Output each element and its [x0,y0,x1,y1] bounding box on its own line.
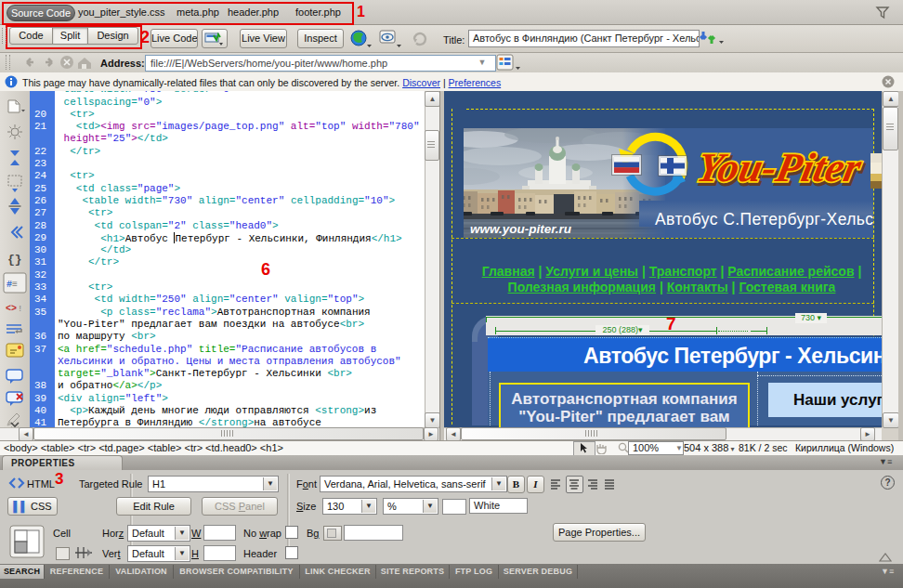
svg-text:<>: <> [6,304,17,314]
svg-text:Автобус С.Петербург-Хельсинки: Автобус С.Петербург-Хельсинки [655,210,873,229]
svg-text:You-Piter: You-Piter [693,144,866,189]
svg-text:!: ! [18,305,22,314]
svg-text:#≡: #≡ [7,280,18,290]
svg-text:{}: {} [7,253,22,267]
svg-text:www.you-piter.ru: www.you-piter.ru [470,222,572,236]
